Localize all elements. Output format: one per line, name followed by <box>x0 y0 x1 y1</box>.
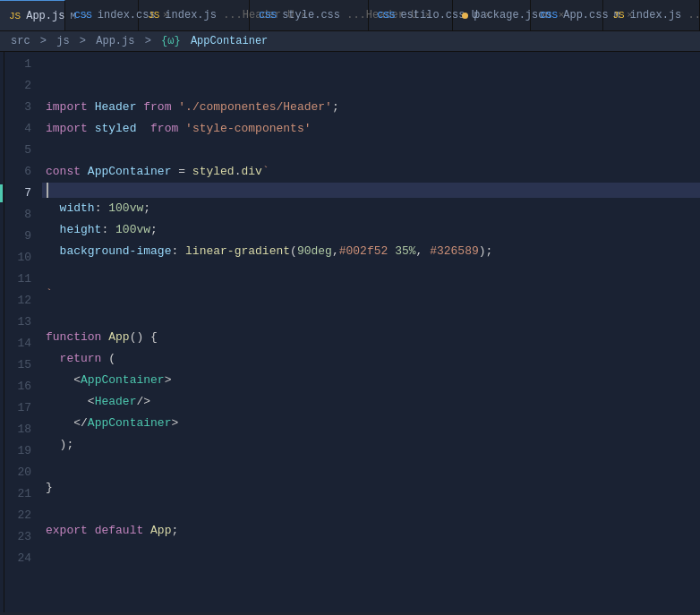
ln-21: 21 <box>12 483 31 505</box>
kw-const: const <box>46 161 81 183</box>
tab-index-css[interactable]: CSS index.css × <box>65 0 139 30</box>
tag-header-self: Header <box>95 391 137 413</box>
code-line-5 <box>42 140 700 161</box>
code-line-21: } <box>42 477 700 499</box>
fn-app: App <box>108 327 129 348</box>
breadcrumb-src: src <box>11 35 30 47</box>
ln-7: 7 <box>12 183 31 204</box>
code-line-8: width : 100vw ; <box>42 198 700 219</box>
tab-icon-js: JS <box>9 11 21 21</box>
editor: 1 2 3 4 5 6 7 8 9 10 11 12 13 14 15 16 1… <box>0 52 700 612</box>
tab-estilo-css[interactable]: CSS estilo.css U × <box>369 0 454 30</box>
kw-function: function <box>46 327 101 348</box>
code-line-12: ` <box>42 284 700 305</box>
code-line-17: < Header /> <box>42 391 700 413</box>
var-header: Header <box>95 97 137 118</box>
line-numbers: 1 2 3 4 5 6 7 8 9 10 11 12 13 14 15 16 1… <box>4 52 42 612</box>
tab-index-js-comp[interactable]: JS index.js ...comp × <box>603 0 700 30</box>
ln-19: 19 <box>12 440 31 462</box>
code-line-1 <box>42 54 700 75</box>
prop-width: width <box>60 198 95 219</box>
ln-23: 23 <box>12 526 31 548</box>
code-line-2 <box>42 75 700 97</box>
tag-appcontainer-open: AppContainer <box>81 370 165 391</box>
tab-icon-css2: CSS <box>259 10 277 21</box>
kw-import-2: import <box>46 118 88 140</box>
var-appcontainer: AppContainer <box>88 161 172 183</box>
tab-bar: JS App.js M × CSS index.css × JS index.j… <box>0 0 700 31</box>
ln-14: 14 <box>12 333 31 354</box>
ln-6: 6 <box>12 161 31 183</box>
ln-17: 17 <box>12 397 31 419</box>
kw-from-2: from <box>150 118 178 140</box>
prop-height: height <box>60 219 102 241</box>
ln-3: 3 <box>12 97 31 118</box>
code-line-20 <box>42 456 700 477</box>
code-line-9: height : 100vw ; <box>42 219 700 241</box>
var-styled: styled <box>95 118 137 140</box>
closing-brace: } <box>46 477 53 499</box>
breadcrumb-js: js <box>56 35 69 47</box>
text-cursor <box>47 183 48 198</box>
tab-icon-css1: CSS <box>74 10 92 21</box>
kw-import-1: import <box>46 97 88 118</box>
code-line-19: ); <box>42 434 700 456</box>
tab-icon-js3: JS <box>612 10 624 21</box>
code-line-6: const AppContainer = styled . div ` <box>42 161 700 183</box>
ln-15: 15 <box>12 354 31 376</box>
code-line-3: import Header from './componentes/Header… <box>42 97 700 118</box>
val-color2: #326589 <box>430 241 479 262</box>
tab-app-css[interactable]: CSS App.css M × <box>531 0 603 30</box>
tab-app-js[interactable]: JS App.js M × <box>0 0 65 30</box>
code-line-11 <box>42 262 700 284</box>
ln-5: 5 <box>12 140 31 161</box>
prop-bg-image: background-image <box>60 241 172 262</box>
activity-bar-hint <box>0 52 4 612</box>
ln-16: 16 <box>12 376 31 397</box>
backtick-open: ` <box>262 161 269 183</box>
code-line-13 <box>42 305 700 327</box>
code-line-15: return ( <box>42 348 700 370</box>
tab-label-app-js: App.js <box>26 10 64 22</box>
fn-styled: styled <box>192 161 235 183</box>
val-width: 100vw <box>108 198 143 219</box>
ln-18: 18 <box>12 419 31 440</box>
breadcrumb-appjs[interactable]: App.js <box>96 35 134 47</box>
code-line-18: </ AppContainer > <box>42 413 700 434</box>
code-line-7 <box>42 183 700 198</box>
ln-22: 22 <box>12 505 31 526</box>
kw-default: default <box>95 520 144 542</box>
ln-4: 4 <box>12 118 31 140</box>
kw-return: return <box>60 348 102 370</box>
tab-index-js-header[interactable]: JS index.js ...Header U × <box>139 0 250 30</box>
val-height: 100vw <box>115 219 150 241</box>
kw-export: export <box>46 520 88 542</box>
ln-8: 8 <box>12 204 31 226</box>
tab-icon-css4: CSS <box>540 10 558 21</box>
kw-from-1: from <box>143 97 171 118</box>
ln-9: 9 <box>12 226 31 247</box>
code-line-22 <box>42 499 700 520</box>
breadcrumb: src > js > App.js > {ω} AppContainer <box>0 31 700 52</box>
str-header-path: './componentes/Header' <box>178 97 332 118</box>
fn-div: div <box>241 161 261 183</box>
code-line-10: background-image : linear-gradient ( 90d… <box>42 241 700 262</box>
val-90deg: 90deg <box>297 241 332 262</box>
breadcrumb-appcontainer: AppContainer <box>191 35 268 47</box>
tab-style-css[interactable]: CSS style.css ...Header U × <box>250 0 368 30</box>
code-line-23: export default App ; <box>42 520 700 542</box>
code-area[interactable]: import Header from './componentes/Header… <box>42 52 700 612</box>
ln-12: 12 <box>12 290 31 312</box>
tab-icon-css3: CSS <box>378 10 396 21</box>
str-styled-components: 'style-components' <box>185 118 311 140</box>
breadcrumb-omega: {ω} <box>161 35 181 47</box>
ln-20: 20 <box>12 462 31 483</box>
tab-label-app-css: App.css <box>563 9 608 21</box>
tab-label-index-js-comp: index.js ...comp <box>630 9 700 21</box>
ln-1: 1 <box>12 54 31 75</box>
tab-package-json[interactable]: package.json × <box>453 0 531 30</box>
fn-linear-gradient: linear-gradient <box>185 241 290 262</box>
code-line-16: < AppContainer > <box>42 370 700 391</box>
tab-icon-js2: JS <box>148 10 159 21</box>
fn-app-export: App <box>150 520 171 542</box>
